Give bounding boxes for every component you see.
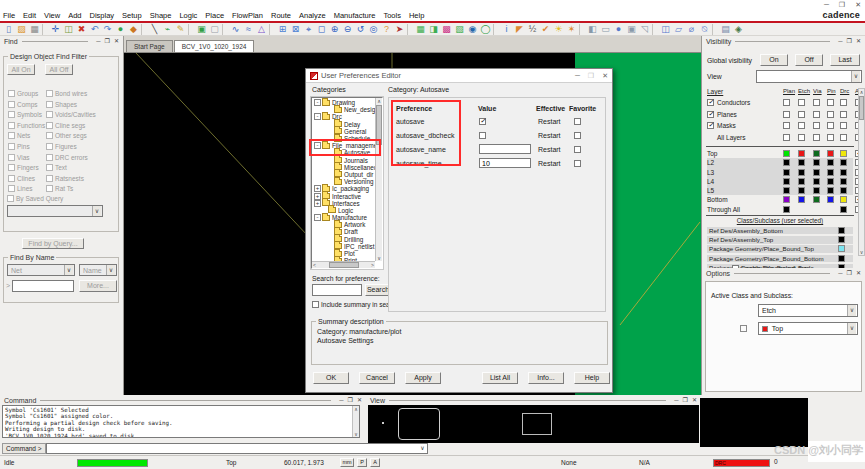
find-filter-checkbox[interactable]: Clines — [8, 175, 46, 182]
tree-item[interactable]: + Interfaces — [313, 200, 374, 207]
via-color-swatch[interactable] — [813, 196, 820, 203]
class-subclass-row[interactable]: Ref Des/Assembly_Bottom — [707, 227, 853, 234]
separator[interactable] — [407, 24, 412, 35]
tree-item[interactable]: Miscellaneous — [313, 164, 374, 171]
topology-icon[interactable]: △ — [255, 23, 268, 35]
undo-icon[interactable]: ↶ — [88, 23, 101, 35]
panel-minimize-icon[interactable]: ─ — [96, 37, 100, 45]
menu-item[interactable]: Display — [90, 11, 115, 20]
plan-checkbox[interactable] — [783, 134, 790, 141]
drc-color-swatch[interactable] — [840, 206, 847, 213]
edit-boundary-icon[interactable]: ▱ — [672, 23, 685, 35]
separator[interactable] — [222, 24, 227, 35]
find-filter-checkbox[interactable]: Lines — [8, 185, 46, 192]
tree-vertical-scrollbar[interactable]: ∧ ∨ — [375, 98, 382, 261]
variants-icon[interactable]: ◈ — [732, 23, 745, 35]
tree-item[interactable]: Plot — [313, 250, 374, 257]
window-maximize-icon[interactable]: ❐ — [839, 1, 845, 9]
class-color-swatch[interactable] — [838, 245, 845, 252]
categories-tree[interactable]: - Drawing New_design - Drc Delay — [311, 97, 383, 269]
etch-checkbox[interactable] — [798, 134, 805, 141]
shadow-mode-icon[interactable]: ▢ — [208, 23, 221, 35]
favorite-checkbox[interactable] — [574, 132, 581, 139]
plan-color-swatch[interactable] — [783, 150, 790, 157]
sun-icon[interactable]: ☀ — [552, 23, 565, 35]
etch-checkbox[interactable] — [798, 111, 805, 118]
via-color-swatch[interactable] — [813, 159, 820, 166]
favorite-checkbox[interactable] — [574, 146, 581, 153]
class-color-swatch[interactable] — [838, 227, 845, 234]
menu-item[interactable]: Place — [205, 11, 224, 20]
rats-net-icon[interactable]: ≈ — [242, 23, 255, 35]
waive-icon[interactable]: ✶ — [565, 23, 578, 35]
delete-icon[interactable]: ✖ — [75, 23, 88, 35]
menu-item[interactable]: Analyze — [299, 11, 326, 20]
menu-item[interactable]: FlowPlan — [232, 11, 263, 20]
via-color-swatch[interactable] — [813, 150, 820, 157]
favorite-checkbox[interactable] — [574, 118, 581, 125]
plan-checkbox[interactable] — [783, 122, 790, 129]
tab-start-page[interactable]: Start Page — [126, 40, 173, 52]
find-filter-checkbox[interactable]: Bond wires — [46, 90, 116, 97]
class-subclass-row[interactable]: Package Geometry/Place_Bound_Top — [707, 245, 853, 252]
apply-button[interactable]: Apply — [405, 372, 441, 384]
panel-minimize-icon[interactable]: ─ — [838, 269, 842, 277]
etch-color-swatch[interactable] — [798, 150, 805, 157]
measure-icon[interactable]: ½ — [526, 23, 539, 35]
menu-item[interactable]: File — [3, 11, 15, 20]
add-line-icon[interactable]: ╲ — [148, 23, 161, 35]
scroll-down-icon[interactable]: ∨ — [859, 249, 864, 255]
void-icon[interactable]: ⌀ — [685, 23, 698, 35]
done-icon[interactable]: ✔ — [539, 23, 552, 35]
all-off-button[interactable]: All Off — [45, 64, 73, 75]
swap-icon[interactable]: ◨ — [427, 23, 440, 35]
via-checkbox[interactable] — [813, 122, 820, 129]
pin-checkbox[interactable] — [827, 134, 834, 141]
favorite-checkbox[interactable] — [574, 160, 581, 167]
etch-checkbox[interactable] — [798, 99, 805, 106]
zoom-out-icon[interactable]: ⊖ — [341, 23, 354, 35]
plan-checkbox[interactable] — [783, 111, 790, 118]
find-filter-checkbox[interactable]: Figures — [46, 143, 116, 150]
panel-close-icon[interactable]: ✕ — [856, 37, 861, 45]
find-filter-checkbox[interactable]: Other segs — [46, 132, 116, 139]
menu-item[interactable]: Setup — [122, 11, 142, 20]
shape-circle-icon[interactable]: ● — [612, 23, 625, 35]
tree-expander-icon[interactable]: - — [314, 113, 321, 120]
grid-snap-icon[interactable]: ⊠ — [289, 23, 302, 35]
group-visibility-checkbox[interactable] — [707, 111, 714, 118]
split-plane-icon[interactable]: ◫ — [659, 23, 672, 35]
menu-item[interactable]: Manufacture — [334, 11, 376, 20]
fix-icon[interactable]: ● — [114, 23, 127, 35]
list-all-button[interactable]: List All — [482, 372, 518, 384]
find-filter-checkbox[interactable]: Vias — [8, 154, 46, 161]
active-class-dropdown[interactable]: Etch ∨ — [758, 304, 858, 317]
exit-icon[interactable]: ➤ — [393, 23, 406, 35]
zoom-fit-icon[interactable]: ◻ — [315, 23, 328, 35]
tree-expander-icon[interactable]: - — [314, 214, 321, 221]
menu-item[interactable]: Edit — [23, 11, 36, 20]
menu-item[interactable]: View — [44, 11, 60, 20]
find-filter-checkbox[interactable]: Nets — [8, 132, 46, 139]
dialog-minimize-icon[interactable]: ─ — [575, 72, 580, 79]
dehighlight-icon[interactable]: ▧ — [453, 23, 466, 35]
panel-float-icon[interactable]: ❐ — [847, 37, 852, 45]
tree-item[interactable]: Artwork — [313, 221, 374, 228]
tree-item[interactable]: - Drawing — [313, 99, 374, 106]
view-dropdown[interactable]: ∨ — [756, 70, 862, 83]
pin-color-swatch[interactable] — [827, 187, 834, 194]
label-icon[interactable]: ◤ — [513, 23, 526, 35]
etch-color-swatch[interactable] — [798, 178, 805, 185]
all-on-button[interactable]: All On — [7, 64, 35, 75]
find-filter-checkbox[interactable]: Cline segs — [46, 122, 116, 129]
find-filter-checkbox[interactable]: Rat Ts — [46, 185, 116, 192]
application-mode-button[interactable]: A — [370, 458, 380, 467]
plan-color-swatch[interactable] — [783, 187, 790, 194]
scroll-up-icon[interactable]: ∧ — [353, 406, 359, 412]
via-color-swatch[interactable] — [813, 169, 820, 176]
class-color-swatch[interactable] — [838, 255, 845, 262]
pin-checkbox[interactable] — [827, 122, 834, 129]
include-summary-checkbox[interactable]: Include summary in search — [312, 301, 399, 308]
via-color-swatch[interactable] — [813, 178, 820, 185]
separator[interactable] — [712, 24, 717, 35]
